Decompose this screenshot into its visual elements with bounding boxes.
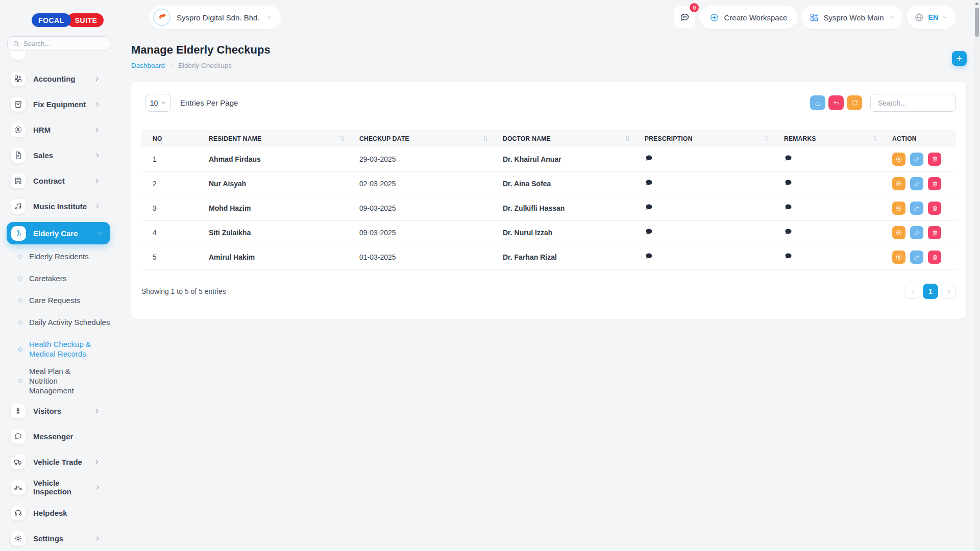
sidebar-search-input[interactable] [23, 40, 100, 47]
edit-button[interactable] [910, 177, 923, 190]
trash-icon [932, 156, 938, 162]
chevron-right-icon [94, 408, 101, 414]
sidebar-item-settings[interactable]: Settings [0, 525, 111, 551]
language-selector[interactable]: EN [907, 6, 955, 29]
bullet-icon [18, 255, 22, 259]
breadcrumb-current: Elderly Checkups [178, 62, 232, 69]
delete-button[interactable] [928, 251, 941, 264]
edit-button[interactable] [910, 251, 923, 264]
remarks-note-icon[interactable] [784, 154, 793, 163]
sidebar-subitem-health-checkup[interactable]: Health Checkup & Medical Records [0, 333, 111, 365]
view-button[interactable] [892, 226, 905, 239]
sidebar-item-fix-equipment[interactable]: Fix Equipment [0, 91, 111, 117]
view-button[interactable] [892, 177, 905, 190]
delete-button[interactable] [928, 226, 941, 239]
grid-plus-icon [810, 13, 819, 22]
cell-doctor: Dr. Khairul Anuar [492, 147, 633, 171]
col-header-doctor-name[interactable]: DOCTOR NAME [492, 130, 633, 147]
prescription-note-icon[interactable] [645, 228, 653, 236]
sidebar-item-sales[interactable]: Sales [0, 142, 111, 168]
sidebar-item-helpdesk[interactable]: Helpdesk [0, 500, 111, 525]
pagination-prev-button[interactable] [905, 284, 920, 299]
chevron-right-icon [94, 127, 101, 133]
sidebar-subitem-daily-activity-schedules[interactable]: Daily Activity Schedules [0, 311, 111, 333]
download-icon [814, 99, 822, 107]
company-selector[interactable]: Syspro Digital Sdn. Bhd. [150, 6, 281, 29]
pagination-page-1[interactable]: 1 [923, 284, 938, 299]
plus-icon [955, 55, 963, 62]
export-button[interactable] [810, 95, 825, 110]
sidebar-subitem-care-requests[interactable]: Care Requests [0, 289, 111, 311]
archive-icon [11, 97, 26, 112]
prescription-note-icon[interactable] [645, 252, 653, 261]
chevron-right-icon [94, 76, 101, 82]
sidebar-subitem-elderly-residents[interactable]: Elderly Residents [0, 245, 111, 267]
trash-icon [932, 254, 938, 261]
edit-button[interactable] [910, 202, 923, 215]
remarks-note-icon[interactable] [784, 179, 793, 187]
scrollbar-up-arrow[interactable] [975, 2, 979, 5]
cell-no: 5 [141, 245, 198, 269]
sort-icon [625, 136, 630, 141]
delete-button[interactable] [928, 153, 941, 166]
sidebar-item-messenger[interactable]: Messenger [0, 423, 111, 449]
view-button[interactable] [892, 202, 905, 215]
workspace-selector[interactable]: Syspro Web Main [801, 6, 902, 29]
sidebar-search[interactable] [7, 36, 110, 51]
sort-icon [872, 136, 878, 141]
breadcrumb-dashboard-link[interactable]: Dashboard [131, 62, 165, 69]
bullet-icon [18, 298, 22, 303]
remarks-note-icon[interactable] [784, 252, 793, 261]
person-circle-icon [11, 122, 26, 137]
sort-icon [483, 136, 488, 141]
refresh-button[interactable] [847, 95, 862, 110]
prescription-note-icon[interactable] [645, 203, 653, 212]
sidebar-item-visitors[interactable]: Visitors [0, 398, 111, 423]
prescription-note-icon[interactable] [645, 179, 653, 187]
view-button[interactable] [892, 251, 905, 264]
col-header-remarks[interactable]: REMARKS [773, 130, 881, 147]
chevron-right-icon [94, 101, 101, 108]
col-header-prescription[interactable]: PRESCRIPTION [633, 130, 773, 147]
bullet-icon [18, 320, 22, 324]
scrollbar-thumb[interactable] [975, 8, 979, 37]
sidebar-item-vehicle-inspection[interactable]: Vehicle Inspection [0, 474, 111, 500]
messages-button[interactable]: 0 [674, 6, 695, 29]
logo-suite: SUITE [67, 13, 104, 27]
pagination: 1 [905, 284, 956, 299]
chevron-down-icon [942, 14, 948, 20]
create-workspace-button[interactable]: Create Workspace [699, 6, 797, 29]
edit-button[interactable] [910, 153, 923, 166]
chevron-right-icon [94, 484, 101, 491]
sidebar-subitem-caretakers[interactable]: Caretakers [0, 267, 111, 289]
chevron-left-icon [910, 289, 916, 294]
sidebar-item-music-institute[interactable]: Music Institute [0, 193, 111, 219]
remarks-note-icon[interactable] [784, 228, 793, 236]
add-checkup-button[interactable] [952, 51, 967, 66]
sidebar-item-contract[interactable]: Contract [0, 168, 111, 193]
col-header-resident-name[interactable]: RESIDENT NAME [198, 130, 348, 147]
sidebar-item-vehicle-trade[interactable]: Vehicle Trade [0, 449, 111, 474]
edit-button[interactable] [910, 226, 923, 239]
cell-no: 1 [141, 147, 198, 171]
person-icon [11, 404, 26, 418]
breadcrumb: Dashboard Elderly Checkups [131, 62, 967, 69]
cell-resident: Amirul Hakim [198, 245, 348, 269]
window-scrollbar[interactable] [974, 0, 980, 551]
reset-button[interactable] [828, 95, 844, 110]
table-search-input[interactable] [870, 94, 956, 112]
entries-per-page-select[interactable]: 10 [145, 94, 171, 112]
sidebar-subitem-meal-plan[interactable]: Meal Plan & Nutrition Management [0, 365, 111, 396]
sidebar-item-accounting[interactable]: Accounting [0, 66, 111, 91]
prescription-note-icon[interactable] [645, 154, 653, 163]
col-header-checkup-date[interactable]: CHECKUP DATE [348, 130, 492, 147]
motorcycle-icon [11, 480, 26, 495]
view-button[interactable] [892, 153, 905, 166]
cell-doctor: Dr. Nurul Izzah [492, 220, 633, 245]
sidebar-item-elderly-care[interactable]: Elderly Care [7, 222, 110, 244]
pagination-next-button[interactable] [941, 284, 956, 299]
sidebar-item-hrm[interactable]: HRM [0, 117, 111, 142]
remarks-note-icon[interactable] [784, 203, 793, 212]
delete-button[interactable] [928, 177, 941, 190]
delete-button[interactable] [928, 202, 941, 215]
